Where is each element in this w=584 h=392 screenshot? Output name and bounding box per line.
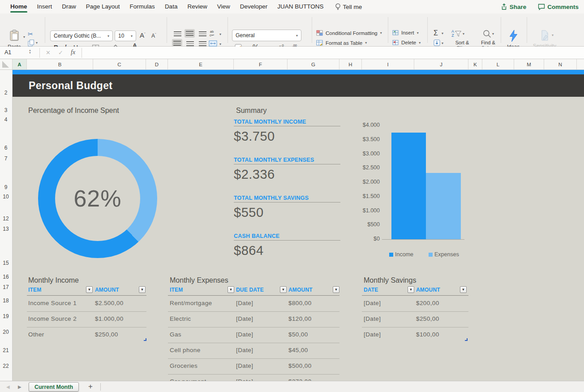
summary-value-3[interactable]: $864 <box>234 243 264 258</box>
table-expenses-cell-r3c2[interactable]: $45,00 <box>288 347 308 353</box>
filter-button-expenses-0[interactable]: ▼ <box>228 286 234 293</box>
column-header-l[interactable]: L <box>482 59 514 69</box>
formula-input[interactable] <box>82 47 584 59</box>
wrap-text-icon[interactable]: abc↩ <box>210 30 214 37</box>
filter-button-expenses-2[interactable]: ▼ <box>333 286 339 293</box>
align-bottom-icon[interactable] <box>199 31 206 36</box>
autosum-chevron[interactable]: ▾ <box>442 31 443 35</box>
table-savings-cell-r0c0[interactable]: [Date] <box>364 300 381 306</box>
table-expenses-cell-r4c0[interactable]: Groceries <box>170 362 198 369</box>
menu-tab-insert[interactable]: Insert <box>32 0 57 13</box>
column-header-e[interactable]: E <box>168 59 234 69</box>
table-savings-cell-r2c0[interactable]: [Date] <box>364 331 381 338</box>
table-expenses-cell-r3c1[interactable]: [Date] <box>236 347 253 353</box>
delete-cells-button[interactable]: Delete▾ <box>392 40 421 45</box>
row-header-22[interactable]: 22 <box>0 363 12 369</box>
table-expenses-cell-r4c2[interactable]: $500,00 <box>288 362 312 369</box>
align-center-icon[interactable] <box>186 41 194 46</box>
row-header-16[interactable]: 16 <box>0 274 12 280</box>
decrease-font-button[interactable]: Aˇ <box>151 32 156 39</box>
column-header-b[interactable]: B <box>27 59 93 69</box>
number-format-dropdown[interactable]: General▾ <box>232 30 301 41</box>
tell-me[interactable]: Tell me <box>335 3 362 11</box>
select-all-corner[interactable] <box>0 59 13 69</box>
next-sheet-arrow[interactable]: ▶ <box>18 384 21 389</box>
row-header-4[interactable]: 4 <box>0 116 12 123</box>
menu-tab-view[interactable]: View <box>212 0 235 13</box>
font-name-dropdown[interactable]: Century Gothic (B...▾ <box>50 30 113 41</box>
table-savings-cell-r0c1[interactable]: $200,00 <box>416 300 439 306</box>
table-expenses-cell-r1c2[interactable]: $120,00 <box>288 315 312 322</box>
name-box[interactable]: A1 <box>4 49 11 56</box>
table-expenses-cell-r0c0[interactable]: Rent/mortgage <box>170 300 212 306</box>
table-income-cell-r0c1[interactable]: $2.500,00 <box>95 300 124 306</box>
table-income-cell-r1c0[interactable]: Income Source 2 <box>28 315 77 322</box>
table-savings-cell-r1c0[interactable]: [Date] <box>364 315 381 322</box>
row-header-2[interactable]: 2 <box>0 90 12 96</box>
merge-center-chevron[interactable]: ▾ <box>219 42 221 46</box>
format-as-table-button[interactable]: Format as Table▾ <box>316 40 367 46</box>
table-expenses-cell-r2c0[interactable]: Gas <box>170 331 181 338</box>
cut-button[interactable]: ✂ <box>28 30 33 38</box>
increase-font-button[interactable]: Aˆ <box>140 31 146 39</box>
table-resize-handle-income[interactable] <box>144 338 146 341</box>
cancel-icon[interactable]: ✕ <box>46 49 51 56</box>
column-header-h[interactable]: H <box>339 59 362 69</box>
column-header-m[interactable]: M <box>514 59 544 69</box>
row-header-6[interactable]: 6 <box>0 145 12 151</box>
sheet-tab-current-month[interactable]: Current Month <box>29 382 79 392</box>
filter-button-savings-1[interactable]: ▼ <box>460 286 467 293</box>
table-savings-cell-r2c1[interactable]: $100,00 <box>416 331 439 338</box>
column-header-c[interactable]: C <box>93 59 146 69</box>
donut-chart[interactable]: 62% <box>38 139 157 258</box>
row-header-21[interactable]: 21 <box>0 347 12 353</box>
filter-button-expenses-1[interactable]: ▼ <box>280 286 287 293</box>
column-header-f[interactable]: F <box>234 59 288 69</box>
table-expenses-cell-r0c1[interactable]: [Date] <box>236 300 253 306</box>
table-expenses-cell-r1c0[interactable]: Electric <box>170 315 191 322</box>
fill-down-chevron[interactable]: ▾ <box>442 41 443 45</box>
menu-tab-review[interactable]: Review <box>182 0 212 13</box>
summary-value-0[interactable]: $3.750 <box>234 129 275 144</box>
insert-cells-button[interactable]: Insert▾ <box>392 30 419 35</box>
menu-tab-developer[interactable]: Developer <box>235 0 273 13</box>
menu-tab-formulas[interactable]: Formulas <box>125 0 160 13</box>
column-header-a[interactable]: A <box>13 59 27 69</box>
align-right-icon[interactable] <box>199 41 206 46</box>
wrap-text-chevron[interactable]: ▾ <box>219 32 221 36</box>
conditional-formatting-button[interactable]: Conditional Formatting▾ <box>316 30 382 36</box>
table-expenses-cell-r1c1[interactable]: [Date] <box>236 315 253 322</box>
row-header-12[interactable]: 12 <box>0 215 12 222</box>
table-expenses-cell-r0c2[interactable]: $800,00 <box>288 300 312 306</box>
paste-chevron[interactable]: ▾ <box>23 35 25 39</box>
column-header-d[interactable]: D <box>146 59 168 69</box>
row-header-9[interactable]: 9 <box>0 184 12 190</box>
bar-expenses[interactable] <box>426 173 461 239</box>
row-header-10[interactable]: 10 <box>0 194 12 200</box>
column-header-g[interactable]: G <box>288 59 339 69</box>
row-header-3[interactable]: 3 <box>0 107 12 113</box>
filter-button-savings-0[interactable]: ▼ <box>408 286 414 293</box>
menu-tab-data[interactable]: Data <box>160 0 183 13</box>
add-sheet-button[interactable]: + <box>85 381 96 392</box>
font-size-dropdown[interactable]: 10▾ <box>115 30 136 41</box>
column-header-k[interactable]: K <box>468 59 482 69</box>
row-header-19[interactable]: 19 <box>0 313 12 319</box>
row-header-20[interactable]: 20 <box>0 329 12 335</box>
table-income-cell-r2c0[interactable]: Other <box>28 331 44 338</box>
comments-button[interactable]: Comments <box>538 4 579 10</box>
copy-chevron[interactable]: ▾ <box>36 41 38 45</box>
table-savings-cell-r1c1[interactable]: $250,00 <box>416 315 439 322</box>
table-expenses-cell-r4c1[interactable]: [Date] <box>236 362 253 369</box>
row-header-13[interactable]: 13 <box>0 226 12 232</box>
menu-tab-page-layout[interactable]: Page Layout <box>81 0 125 13</box>
sheet-canvas[interactable]: Personal Budget Percentage of Income Spe… <box>13 70 584 381</box>
bar-income[interactable] <box>391 133 426 239</box>
row-header-7[interactable]: 7 <box>0 155 12 162</box>
table-income-cell-r0c0[interactable]: Income Source 1 <box>28 300 77 306</box>
filter-button-income-1[interactable]: ▼ <box>139 286 146 293</box>
name-box-spinner[interactable]: ▲▼ <box>29 49 31 54</box>
row-header-15[interactable]: 15 <box>0 260 12 266</box>
table-expenses-cell-r2c1[interactable]: [Date] <box>236 331 253 338</box>
fx-icon[interactable]: fx <box>71 49 75 56</box>
